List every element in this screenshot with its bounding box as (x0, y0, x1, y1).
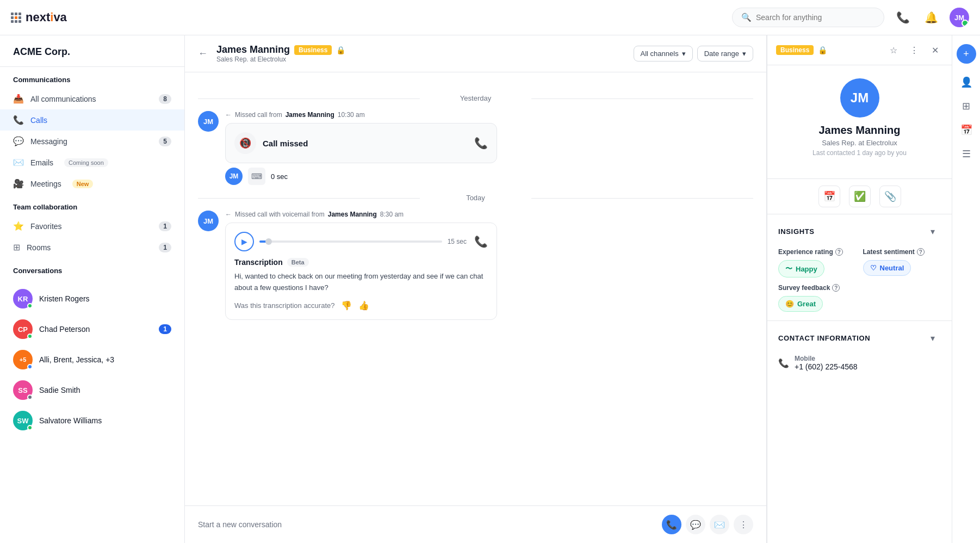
list-item[interactable]: CP Chad Peterson 1 (0, 314, 184, 344)
help-icon[interactable]: ? (832, 284, 840, 292)
mobile-label: Mobile (795, 355, 858, 362)
meta-time: 10:30 am (338, 111, 365, 119)
thumbs-down-button[interactable]: 👎 (341, 300, 352, 311)
contact-name-large: James Manning (778, 124, 941, 137)
beta-badge: Beta (287, 258, 309, 267)
chat-messages: Yesterday JM ← Missed call from James Ma… (185, 72, 766, 505)
sidebar-item-rooms[interactable]: ⊞ Rooms 1 (0, 237, 184, 258)
call-missed-label: Call missed (263, 139, 308, 148)
email-action-button[interactable]: ✉️ (710, 515, 729, 534)
avatar: CP (13, 319, 33, 339)
insights-section: INSIGHTS ▾ Experience rating ? 〜 Happy (767, 214, 952, 321)
back-button[interactable]: ← (198, 48, 208, 59)
meta-sender: James Manning (286, 111, 334, 119)
unread-badge: 1 (159, 324, 171, 334)
grid-icon-button[interactable]: ⊞ (957, 96, 976, 116)
contact-name: Alli, Brent, Jessica, +3 (39, 355, 114, 364)
call-phone-button[interactable]: 📞 (474, 235, 488, 248)
list-item[interactable]: KR Kristen Rogers (0, 283, 184, 314)
keypad-icon: ⌨ (248, 168, 265, 185)
help-icon[interactable]: ? (917, 248, 925, 256)
message-meta: ← Missed call from James Manning 10:30 a… (225, 111, 753, 119)
list-item[interactable]: SS Sadie Smith (0, 375, 184, 405)
calendar-action-button[interactable]: 📅 (818, 186, 840, 207)
list-icon-button[interactable]: ☰ (957, 144, 976, 164)
call-duration: 0 sec (271, 172, 288, 181)
experience-rating-value: 〜 Happy (778, 260, 824, 277)
contact-actions: 📅 ✅ 📎 (767, 179, 952, 214)
person-icon-button[interactable]: 👤 (957, 72, 976, 92)
sidebar-item-calls[interactable]: 📞 Calls (0, 109, 184, 131)
list-item[interactable]: +5 Alli, Brent, Jessica, +3 (0, 344, 184, 375)
calendar-icon-button[interactable]: 📅 (957, 120, 976, 140)
sidebar-item-favorites[interactable]: ⭐ Favorites 1 (0, 215, 184, 237)
sub-avatar: JM (225, 168, 243, 185)
sidebar-item-emails[interactable]: ✉️ Emails Coming soon (0, 152, 184, 173)
avatar: SW (13, 411, 33, 430)
help-icon[interactable]: ? (835, 248, 843, 256)
tasks-action-button[interactable]: ✅ (849, 186, 871, 207)
messaging-badge: 5 (159, 137, 171, 146)
contact-name: Salvatore Williams (39, 416, 102, 425)
play-button[interactable]: ▶ (234, 232, 254, 251)
icon-bar: + 👤 ⊞ 📅 ☰ (952, 35, 980, 543)
conversations-list: KR Kristen Rogers CP Chad Peterson 1 +5 (0, 279, 184, 440)
contact-card: JM James Manning Sales Rep. at Electrolu… (767, 65, 952, 179)
search-input[interactable] (756, 13, 875, 22)
thumbs-up-button[interactable]: 👍 (358, 300, 369, 311)
business-badge-rp: Business (776, 45, 814, 55)
message-action-button[interactable]: 💬 (686, 515, 705, 534)
message-meta: ← Missed call with voicemail from James … (225, 211, 753, 218)
search-bar[interactable]: 🔍 (732, 8, 884, 27)
phone-nav-icon[interactable]: 📞 (893, 8, 913, 27)
latest-sentiment-item: Latest sentiment ? ♡ Neutral (863, 248, 941, 277)
email-icon: ✉️ (13, 157, 24, 168)
more-actions-button[interactable]: ⋮ (734, 515, 753, 534)
lock-icon: 🔒 (336, 46, 345, 54)
list-item[interactable]: SW Salvatore Williams (0, 405, 184, 436)
audio-player: ▶ 15 sec 📞 (234, 232, 488, 251)
insights-header: INSIGHTS ▾ (778, 223, 941, 239)
sidebar-item-messaging[interactable]: 💬 Messaging 5 (0, 131, 184, 152)
attachment-action-button[interactable]: 📎 (879, 186, 901, 207)
call-phone-button[interactable]: 📞 (474, 137, 488, 150)
chat-header-controls: All channels ▾ Date range ▾ (634, 46, 753, 61)
meta-time: 8:30 am (380, 211, 404, 218)
chat-input-placeholder: Start a new conversation (198, 520, 655, 529)
happy-icon: 〜 (785, 264, 792, 274)
audio-progress-bar[interactable] (259, 240, 442, 243)
meta-sender: James Manning (328, 211, 377, 218)
call-missed-card: 📵 Call missed 📞 (225, 123, 497, 163)
chat-area: ← James Manning Business 🔒 Sales Rep. at… (185, 35, 767, 543)
transcription-section: Transcription Beta Hi, wanted to check b… (234, 258, 488, 311)
new-badge: New (72, 180, 94, 188)
date-range-dropdown[interactable]: Date range ▾ (697, 46, 753, 61)
close-button-rp[interactable]: ✕ (927, 42, 943, 58)
avatar: SS (13, 380, 33, 400)
user-avatar[interactable]: JM (950, 8, 969, 27)
transcription-header: Transcription Beta (234, 258, 488, 267)
more-options-rp[interactable]: ⋮ (906, 42, 922, 58)
add-button[interactable]: + (957, 44, 976, 64)
sidebar-item-all-communications[interactable]: 📥 All communications 8 (0, 88, 184, 109)
collapse-contact-info-button[interactable]: ▾ (925, 330, 941, 346)
bell-icon[interactable]: 🔔 (921, 8, 941, 27)
grid-sidebar-icon: ⊞ (13, 242, 20, 252)
collapse-insights-button[interactable]: ▾ (925, 223, 941, 239)
mobile-info: Mobile +1 (602) 225-4568 (795, 355, 858, 371)
sidebar-item-label: Emails (30, 158, 53, 167)
sidebar-item-label: Favorites (30, 222, 62, 231)
day-divider: Yesterday (198, 94, 753, 102)
star-button-rp[interactable]: ☆ (885, 42, 902, 58)
search-icon: 🔍 (741, 13, 752, 22)
contact-subtitle: Sales Rep. at Electrolux (216, 55, 345, 63)
latest-sentiment-label: Latest sentiment ? (863, 248, 941, 256)
favorites-badge: 1 (159, 221, 171, 231)
channels-dropdown[interactable]: All channels ▾ (634, 46, 693, 61)
avatar: JM (198, 211, 219, 231)
sidebar-item-meetings[interactable]: 🎥 Meetings New (0, 173, 184, 194)
call-action-button[interactable]: 📞 (662, 515, 681, 534)
phone-missed-icon: 📵 (234, 132, 256, 154)
mobile-info-item: 📞 Mobile +1 (602) 225-4568 (778, 355, 941, 371)
team-collab-section-title: Team collaboration (0, 194, 184, 215)
